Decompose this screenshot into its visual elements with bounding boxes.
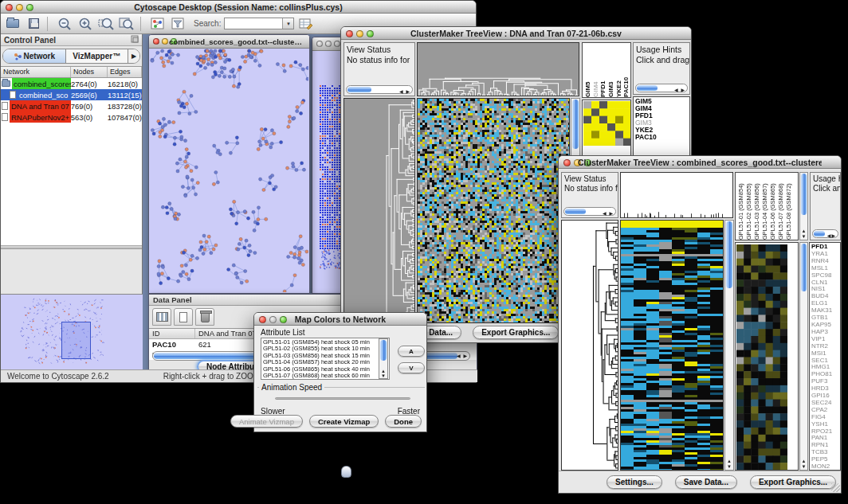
gene-label[interactable]: VIP1 (811, 336, 838, 343)
dialog-titlebar[interactable]: Map Colors to Network (254, 313, 426, 326)
table-edit-icon[interactable] (297, 16, 315, 32)
gene-label[interactable]: SEC24 (811, 400, 838, 407)
settings-button[interactable]: Settings... (607, 475, 662, 489)
gene-label[interactable]: GIM4 (635, 105, 688, 112)
gene-label[interactable]: RPO21 (811, 428, 838, 436)
close-button[interactable] (316, 41, 323, 47)
export-graphics-button[interactable]: Export Graphics... (750, 475, 836, 489)
search-input[interactable]: ▼ (224, 18, 294, 29)
list-vscrollbar[interactable]: ▲▼ (379, 338, 388, 379)
network-table-row[interactable]: DNA and Tran 07769(0)183728(0) (1, 100, 142, 111)
close-button[interactable] (346, 30, 353, 37)
gene-label[interactable]: RPN1 (811, 442, 838, 449)
treeview1-titlebar[interactable]: ClusterMaker TreeView : DNA and Tran 07-… (341, 27, 691, 40)
gene-label[interactable]: SPC98 (811, 272, 838, 279)
vizmapper-palette-icon[interactable] (149, 16, 167, 32)
close-button[interactable] (563, 159, 571, 166)
gene-label[interactable]: NIS1 (811, 286, 838, 293)
gene-label[interactable]: YSH1 (811, 421, 838, 428)
close-button[interactable] (153, 38, 159, 45)
hscrollbar[interactable]: ◀ ▶ (346, 85, 413, 94)
hscrollbar[interactable]: ◀▶ (812, 229, 838, 238)
zoom-in-icon[interactable] (77, 16, 94, 32)
close-button[interactable] (259, 316, 266, 323)
gene-label[interactable]: MSL1 (811, 265, 838, 272)
tab-network[interactable]: Network (3, 49, 66, 63)
save-icon[interactable] (25, 16, 42, 32)
network-window-titlebar[interactable]: combined_scores_good.txt--cluste… (149, 35, 309, 49)
new-attribute-icon[interactable] (174, 308, 193, 326)
gene-label[interactable]: PHO81 (811, 371, 838, 378)
hscrollbar[interactable]: ◀ ▶ (563, 207, 616, 216)
gene-label[interactable]: YRA1 (811, 251, 838, 258)
birds-eye-view[interactable] (1, 294, 143, 369)
zoom-button[interactable] (334, 41, 340, 47)
hscrollbar[interactable]: ◀ ▶ (635, 84, 688, 92)
zoom-vscrollbar[interactable]: ▲▼ (799, 242, 808, 471)
close-button[interactable] (6, 4, 13, 11)
gene-label[interactable]: PEP5 (811, 456, 838, 463)
gene-label[interactable]: SEC1 (811, 357, 838, 365)
network-table-header[interactable]: Network Nodes Edges (1, 67, 142, 78)
gene-label[interactable]: CPA2 (811, 407, 838, 414)
gene-label[interactable]: TCB3 (811, 449, 838, 456)
gene-label[interactable]: GIM5 (635, 98, 688, 105)
gene-label[interactable]: CLN1 (811, 279, 838, 287)
speed-slider[interactable] (275, 397, 410, 400)
attribute-list-item[interactable]: GPL51-07 (GSM868) heat shock 60 min (263, 373, 387, 379)
minimize-button[interactable] (325, 41, 332, 47)
network-table-row[interactable]: combined_scores2764(0)16218(0) (1, 78, 142, 89)
label-vscrollbar[interactable]: ▲▼ (799, 172, 808, 240)
gene-label[interactable]: PFD1 (811, 244, 838, 251)
gene-label[interactable]: GIM3 (635, 119, 688, 127)
delete-attribute-icon[interactable] (195, 308, 214, 326)
search-dropdown-icon[interactable]: ▼ (282, 18, 293, 29)
gene-label[interactable]: MAK31 (811, 307, 838, 315)
attribute-listbox[interactable]: GPL51-01 (GSM854) heat shock 05 minGPL51… (261, 338, 390, 380)
create-vizmap-button[interactable]: Create Vizmap (309, 415, 379, 428)
save-data-button[interactable]: Save Data... (675, 475, 737, 489)
column-dendrogram[interactable] (620, 172, 733, 218)
gene-label[interactable]: ELG1 (811, 300, 838, 307)
open-folder-icon[interactable] (4, 16, 22, 32)
search-text-field[interactable] (225, 18, 282, 29)
row-dendrogram[interactable] (344, 98, 415, 323)
network-table-row[interactable]: RNAPuberNov2+563(0)107847(0) (1, 111, 142, 123)
done-button[interactable]: Done (385, 415, 422, 428)
gene-label[interactable]: MON2 (811, 463, 838, 471)
treeview2-titlebar[interactable]: ClusterMaker TreeView : combined_scores_… (559, 156, 841, 169)
gene-label[interactable]: BUD4 (811, 293, 838, 300)
resize-grip[interactable] (831, 483, 840, 492)
filter-icon[interactable] (170, 16, 187, 32)
gene-label[interactable]: KAP95 (811, 322, 838, 329)
gene-label[interactable]: HAP3 (811, 329, 838, 336)
speed-slider-thumb[interactable] (341, 466, 351, 478)
scroll-arrows[interactable]: ◀ ▶ (457, 353, 468, 358)
network-view[interactable] (150, 49, 308, 292)
panel-splitter[interactable] (1, 245, 142, 249)
main-titlebar[interactable]: Cytoscape Desktop (Session Name: collins… (1, 1, 476, 14)
row-dendrogram[interactable] (561, 220, 618, 471)
expression-heatmap[interactable] (417, 98, 570, 323)
zoom-fit-icon[interactable] (118, 16, 135, 32)
attribute-table-icon[interactable] (152, 308, 171, 326)
gene-label[interactable]: RNR4 (811, 258, 838, 265)
export-graphics-button[interactable]: Export Graphics... (473, 326, 559, 339)
zoom-out-icon[interactable] (56, 16, 73, 32)
gene-label[interactable]: HMG1 (811, 364, 838, 371)
gene-label[interactable]: MSI1 (811, 350, 838, 357)
gene-label[interactable]: GTB1 (811, 315, 838, 322)
gene-label[interactable]: PFD1 (635, 112, 688, 119)
float-panel-icon[interactable] (131, 35, 139, 45)
move-down-button[interactable]: V (398, 362, 425, 373)
move-up-button[interactable]: A (398, 346, 425, 357)
gene-label[interactable]: FIG4 (811, 414, 838, 421)
gene-label[interactable]: YKE2 (635, 127, 688, 134)
heatmap-vscrollbar[interactable]: ▲▼ (724, 220, 734, 471)
network-table-row[interactable]: combined_sco2569(6)13112(15) (1, 89, 142, 100)
tab-overflow-arrow-icon[interactable]: ▶ (128, 49, 139, 63)
expression-heatmap[interactable] (620, 220, 724, 471)
gene-label[interactable]: PAN1 (811, 435, 838, 442)
gene-label[interactable]: NTR2 (811, 343, 838, 350)
gene-label[interactable]: PAC10 (635, 134, 688, 141)
